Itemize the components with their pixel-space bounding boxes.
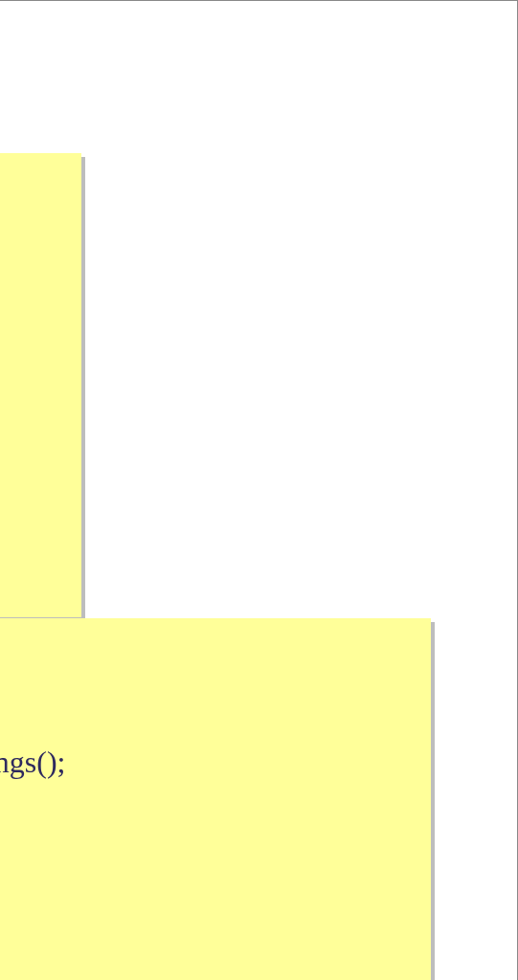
page-top-border — [0, 0, 518, 1]
code-line-5: tSize(282, 230); — [0, 781, 414, 818]
code-line-1: in { — [0, 632, 414, 669]
code-line-7: tLocation(50,50); — [0, 856, 414, 893]
code-line-8: tVisible(true); — [0, 893, 414, 930]
code-line-4: ngs rings = new OlympicRings(); — [0, 744, 414, 781]
code-line-2: void main(String[] args) { — [0, 669, 414, 706]
code-block-lower: in { void main(String[] args) { ndow = n… — [0, 618, 431, 980]
code-line-6: tContentPane().add(rings); — [0, 818, 414, 856]
code-text: OlympicRings(); — [0, 745, 65, 779]
code-block-upper — [0, 153, 81, 617]
code-line-3: ndow = new JFrame(); — [0, 706, 414, 744]
